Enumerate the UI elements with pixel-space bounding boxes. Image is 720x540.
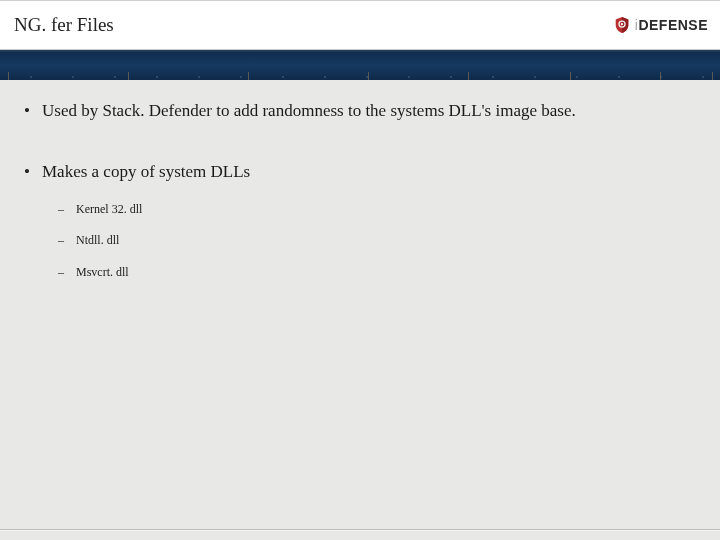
brand-text: iDEFENSE [635, 17, 708, 33]
bullet-text: Used by Stack. Defender to add randomnes… [42, 101, 576, 120]
slide-content: Used by Stack. Defender to add randomnes… [0, 80, 720, 281]
slide-title: NG. fer Files [14, 14, 114, 36]
sub-bullet-text: Ntdll. dll [76, 233, 119, 247]
list-item: Used by Stack. Defender to add randomnes… [22, 100, 698, 123]
list-item: Ntdll. dll [42, 233, 698, 249]
list-item: Kernel 32. dll [42, 202, 698, 218]
list-item: Msvcrt. dll [42, 265, 698, 281]
list-item: Makes a copy of system DLLs Kernel 32. d… [22, 161, 698, 281]
svg-point-1 [621, 23, 623, 25]
decorative-band [0, 50, 720, 80]
brand-logo: iDEFENSE [613, 16, 708, 34]
footer-divider [0, 529, 720, 530]
bullet-text: Makes a copy of system DLLs [42, 162, 250, 181]
sub-bullet-text: Msvcrt. dll [76, 265, 129, 279]
bullet-list: Used by Stack. Defender to add randomnes… [22, 100, 698, 281]
slide: NG. fer Files iDEFENSE [0, 0, 720, 540]
shield-icon [613, 16, 631, 34]
tick-marks [0, 71, 720, 80]
title-bar: NG. fer Files iDEFENSE [0, 0, 720, 50]
sub-list: Kernel 32. dll Ntdll. dll Msvcrt. dll [42, 202, 698, 281]
sub-bullet-text: Kernel 32. dll [76, 202, 142, 216]
